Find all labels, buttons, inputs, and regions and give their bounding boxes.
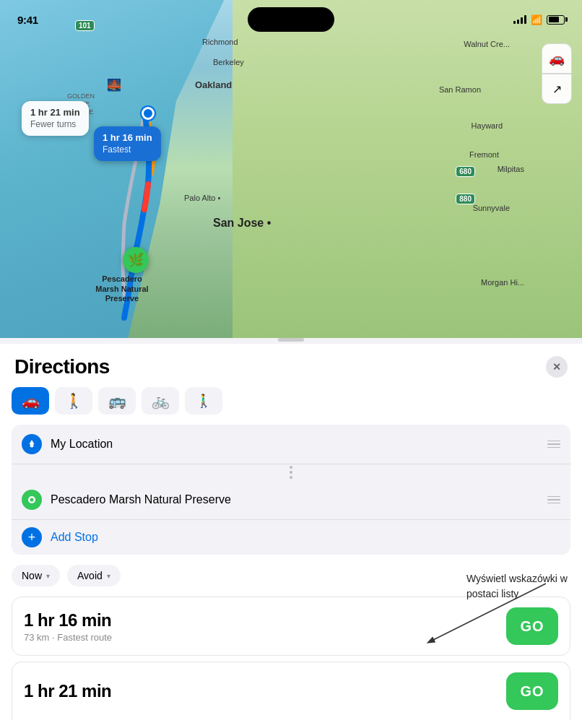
origin-icon (22, 434, 42, 454)
phone-frame: 9:41 📶 R (0, 0, 582, 728)
time-option[interactable]: Now ▾ (12, 565, 60, 586)
go-button[interactable]: GO (506, 607, 558, 645)
transport-tab-rideshare[interactable]: 🚶‍♂️ (185, 387, 222, 415)
route-card-inner: 1 hr 16 min 73 km · Fastest route GO (12, 597, 570, 655)
route-svg (0, 0, 582, 338)
route1-type: Fewer turns (30, 119, 80, 131)
map-area[interactable]: Richmond Berkeley Walnut Cre... Oakland … (0, 0, 582, 338)
route-time: 1 hr 16 min (24, 610, 495, 630)
route-info-2: 1 hr 21 min (24, 681, 495, 701)
time-label: Now (22, 570, 42, 581)
map-drive-mode-button[interactable]: 🚗 (542, 43, 572, 74)
origin-handle[interactable] (547, 441, 560, 448)
go-button-2[interactable]: GO (506, 672, 558, 710)
destination-icon (22, 490, 42, 510)
route-details: 73 km · Fastest route (24, 632, 495, 643)
add-stop-icon: + (22, 527, 42, 547)
route2-time: 1 hr 16 min (103, 132, 152, 144)
battery-icon (547, 15, 565, 25)
svg-point-2 (30, 498, 34, 502)
route2-type: Fastest (103, 144, 152, 156)
status-icons: 📶 (513, 14, 565, 25)
close-button[interactable]: ✕ (546, 356, 568, 378)
avoid-chevron-icon: ▾ (107, 572, 110, 580)
signal-icon (513, 15, 526, 24)
waypoint-destination[interactable]: Pescadero Marsh Natural Preserve (12, 480, 570, 520)
hwy-880-shield: 880 (456, 194, 475, 204)
status-time: 9:41 (17, 14, 38, 26)
destination-handle[interactable] (547, 496, 560, 504)
route-info: 1 hr 16 min 73 km · Fastest route (24, 610, 495, 643)
waypoints-container: My Location (12, 425, 570, 555)
route-card-2-inner: 1 hr 21 min GO (12, 662, 570, 720)
avoid-label: Avoid (77, 570, 103, 581)
transport-tabs: 🚗 🚶 🚌 🚲 🚶‍♂️ (0, 387, 582, 425)
destination-text: Pescadero Marsh Natural Preserve (51, 493, 539, 506)
map-location-button[interactable]: ↗ (542, 74, 572, 104)
transport-tab-walk[interactable]: 🚶 (55, 387, 92, 415)
origin-text: My Location (51, 438, 539, 451)
panel-header: Directions ✕ (0, 344, 582, 387)
transport-tab-cycle[interactable]: 🚲 (142, 387, 179, 415)
route-card-primary[interactable]: 1 hr 16 min 73 km · Fastest route GO (12, 597, 570, 656)
dynamic-island (248, 7, 334, 32)
time-chevron-icon: ▾ (46, 572, 50, 580)
transport-tab-drive[interactable]: 🚗 (12, 387, 49, 415)
wifi-icon: 📶 (531, 14, 542, 25)
destination-pin: 🌿 (123, 247, 149, 273)
route-callout-secondary[interactable]: 1 hr 21 min Fewer turns (22, 101, 89, 136)
avoid-option[interactable]: Avoid ▾ (67, 565, 121, 586)
destination-label: Pescadero Marsh Natural Preserve (90, 274, 155, 303)
golden-gate-icon: 🌉 (107, 78, 121, 92)
add-stop-text: Add Stop (51, 531, 98, 544)
panel-title: Directions (14, 355, 110, 378)
route-time-2: 1 hr 21 min (24, 681, 495, 701)
waypoint-origin[interactable]: My Location (12, 425, 570, 464)
route-dots (12, 464, 570, 480)
hwy-680-shield: 680 (456, 166, 475, 177)
route-card-secondary[interactable]: 1 hr 21 min GO (12, 662, 570, 720)
route-callout-primary[interactable]: 1 hr 16 min Fastest (94, 126, 161, 161)
directions-panel: Directions ✕ 🚗 🚶 🚌 🚲 🚶‍♂️ My Location (0, 344, 582, 728)
origin-dot (142, 107, 155, 120)
annotation-text: Wyświetl wskazówki w postaci listy (466, 571, 575, 602)
transport-tab-transit[interactable]: 🚌 (98, 387, 136, 415)
map-controls: 🚗 ↗ (542, 43, 572, 104)
pull-handle[interactable] (278, 338, 304, 342)
route1-time: 1 hr 21 min (30, 107, 80, 119)
add-stop-row[interactable]: + Add Stop (12, 520, 570, 555)
svg-point-0 (30, 444, 34, 448)
